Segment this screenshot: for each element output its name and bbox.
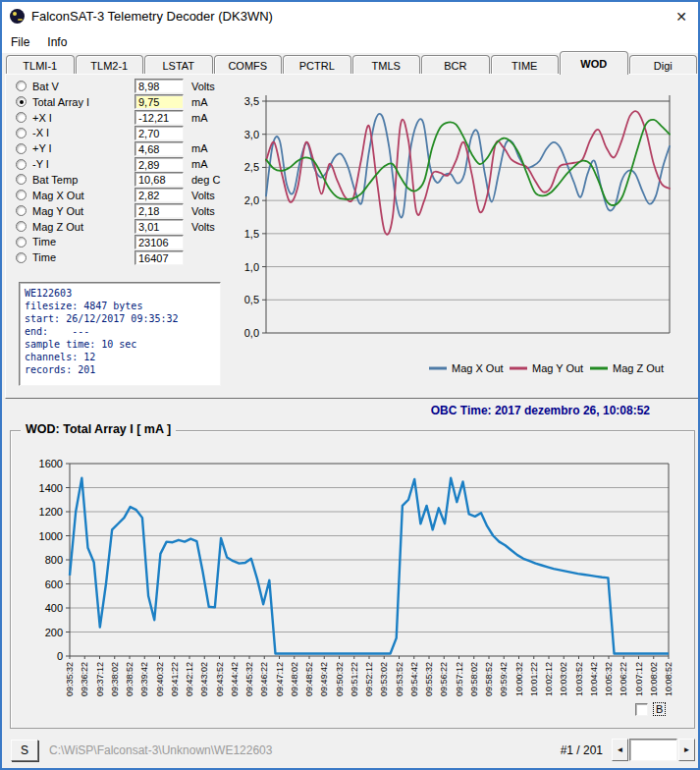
menu-item-file[interactable]: File (2, 32, 38, 52)
scroll-right-icon[interactable]: ► (678, 739, 695, 761)
app-window: FalconSAT-3 Telemetry Decoder (DK3WN) ✕ … (0, 0, 700, 770)
svg-text:10:08:02: 10:08:02 (649, 662, 659, 696)
svg-text:09:38:02: 09:38:02 (110, 662, 120, 696)
telemetry-unit: Volts (191, 81, 215, 92)
radio-x-i[interactable] (16, 128, 27, 138)
svg-text:09:58:52: 09:58:52 (484, 662, 494, 696)
tab-tlm2-1[interactable]: TLM2-1 (76, 55, 144, 75)
menu-bar: FileInfo (2, 30, 698, 53)
telemetry-value-field[interactable]: 4,68 (135, 141, 184, 156)
svg-text:1400: 1400 (39, 482, 63, 494)
svg-text:09:47:12: 09:47:12 (275, 662, 285, 696)
telemetry-row: +X I-12,21mA (14, 110, 228, 126)
svg-text:3,0: 3,0 (244, 129, 259, 140)
tab-bcr[interactable]: BCR (421, 55, 490, 75)
telemetry-value-field[interactable]: 16407 (135, 250, 184, 265)
svg-text:10:02:12: 10:02:12 (544, 662, 554, 696)
telemetry-value-field[interactable]: 10,68 (135, 172, 184, 187)
svg-text:2,5: 2,5 (244, 161, 259, 173)
svg-text:09:44:42: 09:44:42 (230, 662, 240, 696)
telemetry-label: Bat Temp (32, 174, 78, 186)
telemetry-value-field[interactable]: 8,98 (135, 79, 184, 93)
telemetry-row: +Y I4,68mA (14, 140, 228, 156)
telemetry-row: Mag Z Out3,01Volts (14, 219, 228, 235)
svg-text:09:53:52: 09:53:52 (395, 662, 404, 696)
telemetry-label: Total Array I (32, 96, 89, 108)
tab-tlmi-1[interactable]: TLMI-1 (6, 55, 75, 75)
radio-y-i[interactable] (16, 143, 27, 154)
tab-lstat[interactable]: LSTAT (144, 55, 213, 75)
svg-text:09:48:02: 09:48:02 (290, 662, 299, 696)
radio-x-i[interactable] (16, 112, 27, 123)
svg-text:09:38:52: 09:38:52 (125, 662, 135, 696)
telemetry-value-field[interactable]: 9,75 (135, 94, 184, 109)
radio-time[interactable] (16, 237, 27, 248)
tab-comfs[interactable]: COMFS (214, 55, 283, 75)
svg-text:09:51:22: 09:51:22 (350, 662, 359, 696)
telemetry-row: -X I2,70 (14, 126, 228, 141)
radio-mag-y-out[interactable] (16, 205, 27, 216)
svg-text:09:59:42: 09:59:42 (499, 662, 509, 696)
tab-tmls[interactable]: TMLS (352, 55, 421, 75)
radio-bat-temp[interactable] (16, 174, 27, 185)
telemetry-label: Mag Z Out (32, 221, 83, 233)
svg-text:09:41:22: 09:41:22 (170, 662, 180, 696)
svg-text:09:45:32: 09:45:32 (244, 662, 254, 696)
tab-wod[interactable]: WOD (560, 51, 628, 75)
svg-text:0: 0 (57, 650, 63, 662)
svg-text:09:57:12: 09:57:12 (455, 662, 464, 696)
telemetry-unit: Volts (191, 190, 215, 201)
svg-text:10:08:52: 10:08:52 (664, 662, 673, 696)
svg-text:09:55:32: 09:55:32 (424, 662, 434, 696)
svg-text:10:07:12: 10:07:12 (634, 662, 644, 696)
telemetry-value-field[interactable]: 23106 (135, 235, 184, 249)
record-scrollbar: ◄ ► (612, 739, 695, 761)
tab-digi[interactable]: Digi (629, 55, 698, 75)
telemetry-value-field[interactable]: 2,82 (135, 188, 184, 202)
svg-text:09:58:02: 09:58:02 (469, 662, 479, 696)
svg-text:09:50:32: 09:50:32 (335, 662, 345, 696)
radio-bat-v[interactable] (16, 81, 27, 91)
radio-y-i[interactable] (16, 159, 27, 170)
svg-text:1,5: 1,5 (244, 228, 259, 240)
tab-time[interactable]: TIME (491, 55, 560, 75)
telemetry-label: +X I (32, 112, 52, 124)
menu-item-info[interactable]: Info (38, 32, 76, 52)
s-button[interactable]: S (11, 740, 38, 761)
radio-total-array-i[interactable] (16, 96, 27, 107)
svg-text:10:04:42: 10:04:42 (589, 662, 599, 696)
telemetry-label: Bat V (32, 81, 59, 92)
telemetry-value-field[interactable]: 2,18 (135, 203, 184, 218)
telemetry-value-field[interactable]: -12,21 (135, 110, 184, 125)
radio-mag-x-out[interactable] (16, 190, 27, 200)
radio-mag-z-out[interactable] (16, 221, 27, 232)
tab-pctrl[interactable]: PCTRL (283, 55, 351, 75)
svg-text:Mag X Out: Mag X Out (452, 362, 504, 374)
telemetry-value-field[interactable]: 2,70 (135, 126, 184, 140)
scroll-thumb[interactable] (629, 739, 677, 761)
svg-text:400: 400 (45, 602, 63, 614)
telemetry-value-field[interactable]: 3,01 (135, 219, 184, 234)
svg-text:1600: 1600 (39, 458, 63, 469)
telemetry-row: Mag X Out2,82Volts (14, 188, 228, 203)
telemetry-row: Bat Temp10,68deg C (14, 172, 228, 188)
svg-text:09:49:42: 09:49:42 (319, 662, 329, 696)
telemetry-unit: Volts (191, 221, 215, 233)
file-path: C:\WiSP\Falconsat-3\Unknown\WE122603 (49, 743, 272, 757)
telemetry-row: Time23106 (14, 234, 228, 249)
svg-text:09:46:22: 09:46:22 (259, 662, 269, 696)
svg-text:1200: 1200 (39, 506, 63, 518)
telemetry-unit: deg C (191, 174, 220, 186)
close-button[interactable]: ✕ (665, 2, 698, 30)
file-info-box: WE122603 filesize: 4847 bytes start: 26/… (19, 282, 221, 386)
scroll-left-icon[interactable]: ◄ (612, 739, 628, 761)
telemetry-unit: Volts (191, 205, 215, 217)
group-box-title: WOD: Total Array I [ mA ] (21, 422, 176, 436)
telemetry-value-field[interactable]: 2,89 (135, 157, 184, 172)
radio-time[interactable] (16, 252, 27, 263)
svg-text:10:06:22: 10:06:22 (619, 662, 628, 696)
svg-text:09:48:52: 09:48:52 (304, 662, 314, 696)
tab-strip: TLMI-1TLM2-1LSTATCOMFSPCTRLTMLSBCRTIMEWO… (6, 51, 698, 75)
svg-text:09:43:52: 09:43:52 (215, 662, 225, 696)
svg-text:09:42:12: 09:42:12 (185, 662, 194, 696)
